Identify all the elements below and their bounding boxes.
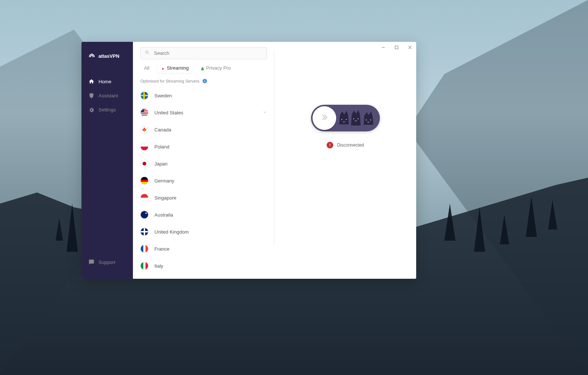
app-window: atlasVPN Home Assistant Settings <box>81 42 416 279</box>
sidebar: atlasVPN Home Assistant Settings <box>81 42 133 279</box>
flag-icon <box>140 262 148 270</box>
toggle-characters-icon <box>335 108 376 128</box>
flag-icon <box>140 108 148 117</box>
search-box <box>140 47 267 59</box>
server-name: Italy <box>154 263 267 269</box>
chevron-right-icon <box>320 113 329 124</box>
server-name: Singapore <box>154 195 267 201</box>
server-name: United Kingdom <box>154 229 267 235</box>
tab-privacy[interactable]: Privacy Pro <box>197 63 234 73</box>
flag-icon <box>140 245 148 253</box>
logo: atlasVPN <box>81 48 133 74</box>
chevron-down-icon[interactable] <box>263 110 267 115</box>
flag-icon <box>140 125 148 134</box>
server-name: Canada <box>154 127 267 133</box>
server-item[interactable]: Germany <box>140 172 267 189</box>
sidebar-item-settings[interactable]: Settings <box>81 103 133 117</box>
flag-icon <box>140 211 148 219</box>
connect-toggle[interactable] <box>311 105 380 131</box>
svg-rect-1 <box>395 46 398 49</box>
filter-tabs: All Streaming Privacy Pro <box>133 63 274 73</box>
server-name: United States <box>154 110 263 115</box>
server-item[interactable]: France <box>140 240 267 257</box>
assistant-icon <box>88 92 95 99</box>
sidebar-item-support[interactable]: Support <box>81 255 133 269</box>
server-item[interactable]: Canada <box>140 121 267 138</box>
flag-icon <box>140 91 148 100</box>
server-item[interactable]: United Kingdom <box>140 223 267 240</box>
nav-label: Assistant <box>98 93 118 98</box>
status-text: Disconnected <box>337 143 364 148</box>
server-item[interactable]: Belgium <box>140 274 267 279</box>
server-item[interactable]: Singapore <box>140 189 267 206</box>
nav-section: Home Assistant Settings <box>81 74 133 255</box>
logo-text: atlasVPN <box>98 53 119 59</box>
connection-status: ! Disconnected <box>327 142 364 148</box>
error-icon: ! <box>327 142 333 148</box>
svg-point-9 <box>370 120 371 120</box>
svg-point-7 <box>357 118 358 119</box>
flag-icon <box>140 194 148 202</box>
section-header: Optimised for Streaming Servers i <box>133 79 274 87</box>
settings-icon <box>88 106 95 113</box>
flag-icon <box>140 177 148 185</box>
server-item[interactable]: Japan <box>140 155 267 172</box>
svg-point-8 <box>365 120 366 120</box>
nav-label: Support <box>98 260 116 265</box>
lock-icon <box>201 66 204 70</box>
sidebar-item-home[interactable]: Home <box>81 74 133 88</box>
svg-point-4 <box>341 119 342 120</box>
toggle-handle <box>313 106 336 130</box>
server-name: France <box>154 246 267 252</box>
flag-icon <box>140 228 148 236</box>
window-controls <box>381 45 412 50</box>
home-icon <box>88 78 95 85</box>
tab-streaming[interactable]: Streaming <box>157 63 192 73</box>
info-icon[interactable]: i <box>203 79 207 83</box>
nav-label: Settings <box>98 107 116 113</box>
sidebar-item-assistant[interactable]: Assistant <box>81 88 133 103</box>
server-item[interactable]: Italy <box>140 257 267 274</box>
server-item[interactable]: Poland <box>140 138 267 155</box>
flag-icon <box>140 160 148 168</box>
close-button[interactable] <box>407 45 412 50</box>
search-icon <box>145 50 150 57</box>
server-panel: All Streaming Privacy Pro Optimised for … <box>133 42 274 279</box>
nav-label: Home <box>98 79 111 84</box>
svg-point-5 <box>345 119 346 120</box>
minimize-button[interactable] <box>381 45 386 50</box>
play-icon <box>161 66 165 70</box>
server-name: Sweden <box>154 93 267 98</box>
maximize-button[interactable] <box>394 45 399 50</box>
connection-panel: ! Disconnected <box>274 42 416 279</box>
flag-icon <box>140 143 148 151</box>
server-item[interactable]: Australia <box>140 206 267 223</box>
svg-point-6 <box>353 118 354 119</box>
server-name: Australia <box>154 212 267 218</box>
server-item[interactable]: United States <box>140 104 267 121</box>
support-icon <box>88 259 95 265</box>
search-input[interactable] <box>140 47 267 59</box>
connection-area: ! Disconnected <box>274 42 416 148</box>
server-list[interactable]: SwedenUnited StatesCanadaPolandJapanGerm… <box>133 87 274 279</box>
server-name: Poland <box>154 144 267 150</box>
server-item[interactable]: Sweden <box>140 87 267 104</box>
server-name: Germany <box>154 178 267 184</box>
logo-icon <box>88 52 96 60</box>
server-name: Japan <box>154 161 267 167</box>
tab-all[interactable]: All <box>140 63 153 73</box>
